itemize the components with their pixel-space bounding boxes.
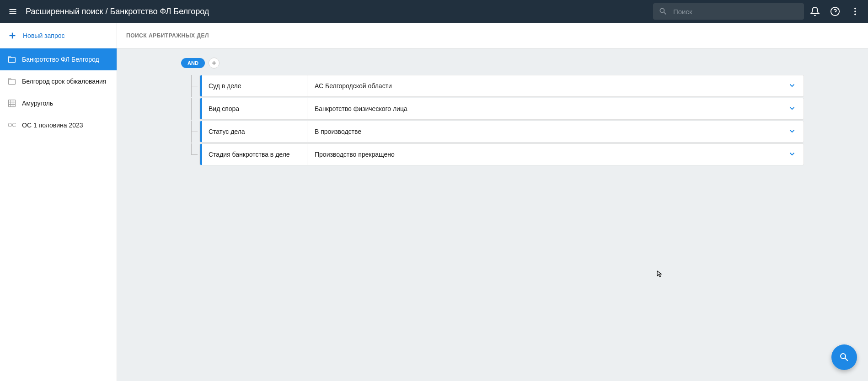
condition-label: Вид спора bbox=[202, 98, 307, 119]
svg-point-1 bbox=[854, 8, 856, 10]
condition-value-select[interactable]: Производство прекращено bbox=[307, 144, 804, 165]
plus-icon bbox=[211, 60, 217, 66]
sidebar-item-label: Амуруголь bbox=[22, 100, 53, 107]
add-condition-button[interactable] bbox=[209, 58, 220, 69]
folder-icon bbox=[7, 55, 16, 64]
chevron-down-icon bbox=[788, 81, 796, 91]
condition-label: Стадия банкротства в деле bbox=[202, 144, 307, 165]
condition-value-select[interactable]: В производстве bbox=[307, 121, 804, 142]
grid-icon bbox=[7, 99, 16, 108]
notifications-button[interactable] bbox=[806, 2, 824, 21]
condition-card: Статус делаВ производстве bbox=[199, 121, 804, 143]
svg-rect-8 bbox=[9, 100, 16, 107]
condition-card: Суд в делеАС Белгородской области bbox=[199, 75, 804, 97]
search-container[interactable] bbox=[653, 3, 804, 20]
tree-connector bbox=[190, 121, 199, 143]
svg-rect-7 bbox=[9, 79, 16, 85]
operator-chip[interactable]: AND bbox=[181, 58, 205, 68]
more-button[interactable] bbox=[846, 2, 864, 21]
sidebar-item-label: Белгород срок обжалования bbox=[22, 78, 106, 85]
condition-value-select[interactable]: АС Белгородской области bbox=[307, 75, 804, 96]
page-title: Расширенный поиск / Банкротство ФЛ Белго… bbox=[26, 7, 653, 16]
sidebar-item-2[interactable]: Амуруголь bbox=[0, 92, 117, 114]
tree-connector bbox=[190, 98, 199, 120]
condition-value-text: Производство прекращено bbox=[315, 151, 395, 158]
main-header: ПОИСК АРБИТРАЖНЫХ ДЕЛ bbox=[117, 23, 868, 48]
sidebar-item-label: ОС 1 половина 2023 bbox=[22, 122, 83, 129]
sidebar: Новый запрос Банкротство ФЛ БелгородБелг… bbox=[0, 23, 117, 381]
chevron-down-icon bbox=[788, 104, 796, 114]
menu-button[interactable] bbox=[4, 2, 22, 21]
oc-icon: ОС bbox=[7, 121, 16, 130]
svg-point-2 bbox=[854, 11, 856, 12]
condition-value-text: В производстве bbox=[315, 128, 361, 135]
help-button[interactable] bbox=[826, 2, 844, 21]
app-header: Расширенный поиск / Банкротство ФЛ Белго… bbox=[0, 0, 868, 23]
main-header-title: ПОИСК АРБИТРАЖНЫХ ДЕЛ bbox=[126, 32, 209, 39]
hamburger-icon bbox=[8, 7, 17, 16]
chevron-down-icon bbox=[788, 127, 796, 137]
sidebar-item-1[interactable]: Белгород срок обжалования bbox=[0, 70, 117, 92]
help-icon bbox=[830, 6, 840, 16]
more-vert-icon bbox=[850, 6, 860, 16]
folder-icon bbox=[7, 77, 16, 86]
main-content: ПОИСК АРБИТРАЖНЫХ ДЕЛ AND Суд в делеАС Б… bbox=[117, 23, 868, 381]
sidebar-item-label: Банкротство ФЛ Белгород bbox=[22, 56, 99, 63]
chevron-down-icon bbox=[788, 150, 796, 159]
search-input[interactable] bbox=[673, 8, 798, 16]
condition-row-0: Суд в делеАС Белгородской области bbox=[190, 75, 804, 97]
svg-rect-6 bbox=[9, 58, 16, 63]
bell-icon bbox=[810, 6, 820, 16]
sidebar-item-3[interactable]: ОСОС 1 половина 2023 bbox=[0, 114, 117, 136]
condition-label: Суд в деле bbox=[202, 75, 307, 96]
plus-icon bbox=[7, 31, 17, 41]
query-builder: AND Суд в делеАС Белгородской областиВид… bbox=[117, 48, 868, 175]
new-query-button[interactable]: Новый запрос bbox=[0, 23, 117, 48]
condition-card: Стадия банкротства в делеПроизводство пр… bbox=[199, 143, 804, 165]
svg-point-3 bbox=[854, 14, 856, 16]
condition-row-2: Статус делаВ производстве bbox=[190, 121, 804, 143]
condition-row-1: Вид спораБанкротство физического лица bbox=[190, 98, 804, 120]
search-icon bbox=[839, 352, 850, 363]
new-query-label: Новый запрос bbox=[23, 32, 64, 39]
tree-connector bbox=[190, 143, 199, 165]
condition-card: Вид спораБанкротство физического лица bbox=[199, 98, 804, 120]
search-fab[interactable] bbox=[831, 344, 857, 370]
condition-value-text: АС Белгородской области bbox=[315, 82, 392, 90]
search-icon bbox=[659, 7, 668, 16]
condition-value-select[interactable]: Банкротство физического лица bbox=[307, 98, 804, 119]
tree-connector bbox=[190, 75, 199, 97]
condition-row-3: Стадия банкротства в делеПроизводство пр… bbox=[190, 143, 804, 165]
sidebar-item-0[interactable]: Банкротство ФЛ Белгород bbox=[0, 48, 117, 70]
condition-label: Статус дела bbox=[202, 121, 307, 142]
condition-value-text: Банкротство физического лица bbox=[315, 105, 407, 112]
